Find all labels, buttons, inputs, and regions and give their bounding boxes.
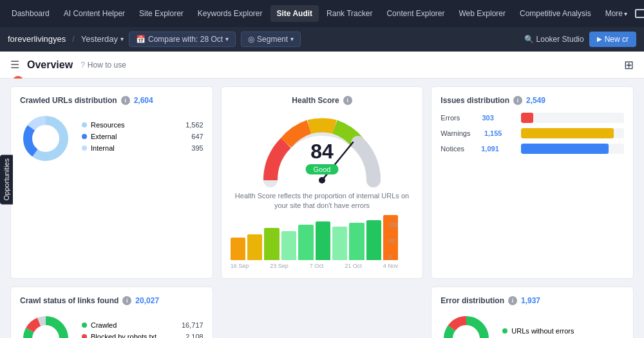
issues-errors-row: Errors 303	[440, 113, 624, 123]
nav-item-web-explorer[interactable]: Web Explorer	[453, 5, 512, 22]
crawled-donut	[20, 113, 71, 164]
chevron-down-icon: ▾	[225, 35, 229, 42]
issues-dist-count: 2,549	[526, 96, 545, 105]
sub-nav-right: 🔍 Looker Studio ▶ New cr	[524, 32, 636, 47]
health-score-number: 84	[306, 141, 339, 162]
sub-nav: foreverlivingyes / Yesterday ▾ 📅 Compare…	[0, 27, 644, 52]
error-dist-count: 1,937	[521, 296, 540, 305]
bar-7	[332, 227, 347, 260]
health-score-title: Health Score i	[292, 96, 352, 105]
error-distribution-card: Error distribution i 1,937 URLs without …	[431, 286, 634, 338]
health-bar-chart: 100 50 0	[231, 221, 399, 260]
site-name: foreverlivingyes	[8, 34, 66, 44]
svg-point-5	[319, 177, 325, 183]
compare-button[interactable]: 📅 Compare with: 28 Oct ▾	[129, 32, 236, 47]
crawl-donut-svg	[20, 313, 71, 338]
crawl-status-title: Crawl status of links found i 20,027	[20, 296, 204, 305]
compare-icon: 📅	[136, 35, 146, 44]
crawl-status-count: 20,027	[135, 296, 159, 305]
looker-icon: 🔍	[524, 35, 534, 44]
issues-rows: Errors 303 Warnings 1,155 Notices 1,091	[440, 113, 624, 154]
monitor-icon[interactable]	[635, 9, 644, 18]
info-icon[interactable]: i	[508, 296, 517, 305]
nav-right: ⚡ Upgrade Paige's	[635, 6, 644, 21]
date-selector[interactable]: Yesterday ▾	[81, 34, 124, 44]
issues-dist-title: Issues distribution i 2,549	[440, 96, 624, 105]
nav-item-keywords-explorer[interactable]: Keywords Explorer	[191, 5, 269, 22]
chevron-down-icon: ▾	[290, 35, 294, 42]
blocked-dot	[82, 334, 87, 338]
info-icon[interactable]: i	[513, 96, 522, 105]
info-icon[interactable]: i	[121, 96, 130, 105]
main-content: Crawled URLs distribution i 2,604 Resour…	[0, 79, 644, 338]
external-dot	[82, 134, 87, 139]
nav-more[interactable]: More ▾	[599, 5, 634, 22]
help-icon: ?	[80, 61, 85, 70]
segment-icon: ◎	[248, 35, 254, 44]
bar-8	[349, 223, 364, 260]
filter-icon[interactable]: ⊞	[624, 59, 634, 71]
crawl-legend: Crawled 16,717 Blocked by robots.txt 2,1…	[82, 321, 204, 338]
crawled-legend: Resources 1,562 External 647 Internal	[82, 121, 204, 156]
health-score-description: Health Score reflects the proportion of …	[231, 191, 414, 211]
chevron-down-icon: ▾	[624, 10, 627, 17]
nav-item-site-audit[interactable]: Site Audit	[270, 5, 319, 22]
legend-no-errors: URLs without errors	[502, 327, 624, 335]
crawled-urls-chart: Resources 1,562 External 647 Internal	[20, 113, 204, 164]
health-score-badge: Good	[306, 164, 339, 174]
notices-bar-bg	[521, 144, 624, 154]
new-cr-button[interactable]: ▶ New cr	[589, 32, 636, 47]
info-icon[interactable]: i	[343, 96, 352, 105]
nav-item-rank-tracker[interactable]: Rank Tracker	[320, 5, 379, 22]
nav-item-ai-content[interactable]: AI Content Helper	[57, 5, 131, 22]
error-donut	[440, 313, 492, 338]
issues-distribution-card: Issues distribution i 2,549 Errors 303 W…	[431, 86, 634, 279]
bar-3	[264, 228, 279, 260]
notices-bar	[521, 144, 609, 154]
crawl-status-chart: Crawled 16,717 Blocked by robots.txt 2,1…	[20, 313, 204, 338]
resources-dot	[82, 122, 87, 127]
svg-point-3	[33, 126, 59, 151]
page-header: ☰ Overview ? How to use ⊞	[0, 52, 644, 79]
bar-scale: 100 50 0	[388, 221, 398, 260]
nav-item-dashboard[interactable]: Dashboard	[5, 5, 56, 22]
no-errors-dot	[502, 328, 507, 333]
opportunities-panel[interactable]: Opportunities	[0, 155, 13, 204]
info-icon[interactable]: i	[122, 296, 131, 305]
bar-4	[281, 231, 296, 260]
health-score-card: Health Score i 84 Good Heal	[221, 86, 424, 279]
issues-warnings-row: Warnings 1,155	[440, 128, 624, 138]
how-to-use-link[interactable]: ? How to use	[80, 61, 126, 70]
donut-svg	[20, 113, 71, 164]
nav-item-competitive[interactable]: Competitive Analysis	[513, 5, 598, 22]
legend-internal: Internal 395	[82, 144, 204, 152]
error-legend: URLs without errors URLs with errors	[502, 327, 624, 338]
bar-2	[247, 234, 262, 260]
legend-blocked: Blocked by robots.txt 2,108	[82, 333, 204, 338]
nav-item-content-explorer[interactable]: Content Explorer	[380, 5, 451, 22]
crawled-dot	[82, 323, 87, 328]
crawled-urls-count: 2,604	[134, 96, 153, 105]
bar-6	[316, 221, 330, 260]
errors-bar-bg	[521, 113, 624, 123]
error-dist-chart: URLs without errors URLs with errors	[440, 313, 624, 338]
bar-labels: 16 Sep 23 Sep 7 Oct 21 Oct 4 Nov	[231, 263, 399, 269]
looker-studio-button[interactable]: 🔍 Looker Studio	[524, 35, 584, 44]
warnings-bar-bg	[521, 128, 624, 138]
bar-9	[366, 220, 381, 260]
segment-button[interactable]: ◎ Segment ▾	[241, 32, 301, 47]
nav-separator: /	[72, 35, 74, 44]
play-icon: ▶	[597, 35, 602, 42]
empty-center	[221, 286, 424, 338]
error-dist-title: Error distribution i 1,937	[440, 296, 624, 305]
crawl-status-card: Crawl status of links found i 20,027 Cra…	[10, 286, 213, 338]
crawl-donut	[20, 313, 71, 338]
crawled-urls-title: Crawled URLs distribution i 2,604	[20, 96, 204, 105]
issues-notices-row: Notices 1,091	[440, 144, 624, 154]
gauge-score: 84 Good	[306, 141, 339, 174]
hamburger-menu[interactable]: ☰	[10, 59, 19, 71]
top-nav: Dashboard AI Content Helper Site Explore…	[0, 0, 644, 27]
legend-external: External 647	[82, 133, 204, 140]
legend-crawled: Crawled 16,717	[82, 321, 204, 329]
nav-item-site-explorer[interactable]: Site Explorer	[133, 5, 190, 22]
